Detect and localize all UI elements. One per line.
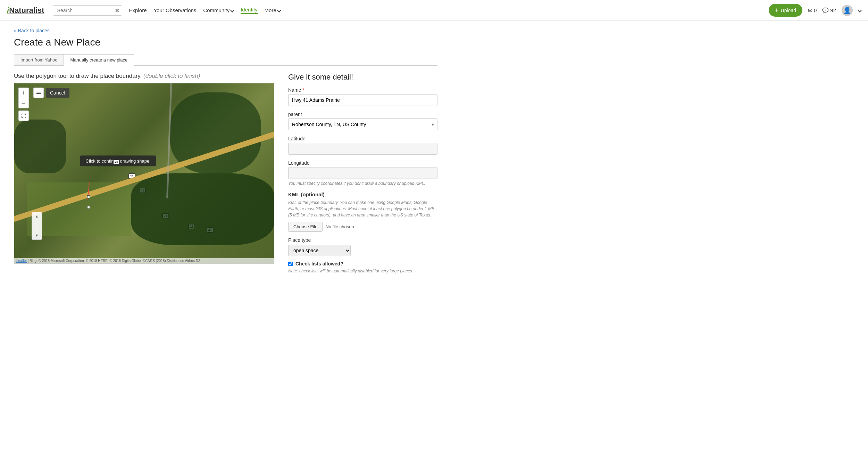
- notifications-button[interactable]: 💬 92: [822, 7, 836, 14]
- messages-count: 0: [814, 7, 817, 13]
- upload-plus-icon: +: [775, 7, 779, 14]
- kml-section: KML (optional) KML of the place boundary…: [288, 191, 437, 232]
- map-background: + −: [14, 83, 274, 263]
- check-lists-note: Note: check lists will be automatically …: [288, 269, 437, 273]
- map-instruction: Use the polygon tool to draw the place b…: [14, 73, 274, 80]
- main-content: « Back to places Create a New Place Impo…: [0, 21, 451, 286]
- fullscreen-button[interactable]: [18, 110, 29, 121]
- nav-more[interactable]: More: [265, 7, 281, 13]
- cancel-drawing-button[interactable]: Cancel: [46, 88, 69, 98]
- upload-button[interactable]: + Upload: [769, 4, 802, 17]
- parent-field-group: parent ▾: [288, 112, 437, 130]
- check-lists-row: Check lists allowed?: [288, 261, 437, 266]
- upload-label: Upload: [781, 8, 796, 13]
- latitude-label: Latitude: [288, 136, 437, 141]
- notifications-count: 92: [830, 7, 836, 13]
- mail-icon: ✉: [808, 7, 812, 14]
- choose-file-button[interactable]: Choose File: [288, 222, 323, 232]
- kml-title: KML (optional): [288, 191, 437, 197]
- svg-rect-1: [36, 93, 41, 94]
- coords-hint: You must specify coordinates if you don'…: [288, 181, 437, 186]
- highway-badge-76a: 76: [113, 159, 120, 165]
- nav-your-observations[interactable]: Your Observations: [153, 7, 196, 13]
- place-type-label: Place type: [288, 237, 437, 243]
- name-label: Name *: [288, 87, 437, 93]
- map-attribution-text: | Bing, © 2018 Microsoft Corporation, © …: [28, 259, 201, 263]
- name-field-group: Name *: [288, 87, 437, 106]
- parent-label: parent: [288, 112, 437, 117]
- parent-select-wrap: ▾: [288, 118, 437, 130]
- slider-track: [37, 219, 37, 233]
- zoom-out-button[interactable]: −: [18, 98, 29, 108]
- longitude-field-group: Longitude You must specify coordinates i…: [288, 160, 437, 186]
- kml-desc: KML of the place boundary. You can make …: [288, 199, 437, 218]
- draw-point-1: [87, 195, 90, 198]
- tab-manual[interactable]: Manually create a new place: [64, 54, 134, 66]
- draw-point-2: [87, 206, 90, 209]
- nav-community[interactable]: Community: [203, 7, 234, 13]
- map-instruction-text: Use the polygon tool to draw the place b…: [14, 73, 142, 79]
- name-input[interactable]: [288, 94, 437, 106]
- community-chevron-icon: [231, 8, 234, 12]
- slider-bottom-icon: ▼: [35, 233, 39, 237]
- page-title: Create a New Place: [14, 37, 437, 48]
- tabs-container: Import from Yahoo Manually create a new …: [14, 54, 437, 66]
- check-lists-group: Check lists allowed? Note: check lists w…: [288, 261, 437, 273]
- nav-links: Explore Your Observations Community Iden…: [129, 7, 769, 14]
- more-chevron-icon: [277, 8, 281, 12]
- map-section: Use the polygon tool to draw the place b…: [14, 73, 274, 279]
- nav-explore[interactable]: Explore: [129, 7, 147, 13]
- user-avatar[interactable]: 👤: [842, 5, 853, 16]
- layers-icon[interactable]: [33, 88, 44, 98]
- leaflet-link[interactable]: Leaflet: [16, 259, 27, 263]
- user-dropdown-chevron-icon[interactable]: [858, 8, 861, 12]
- name-required-indicator: *: [302, 87, 304, 93]
- navbar: iNaturalist ✖ Explore Your Observations …: [0, 0, 868, 21]
- no-file-label: No file chosen: [325, 224, 354, 229]
- map-instruction-hint: (double click to finish): [143, 73, 200, 79]
- svg-rect-0: [36, 92, 41, 92]
- brand-logo[interactable]: iNaturalist: [7, 6, 44, 15]
- user-icon: 👤: [843, 7, 851, 14]
- search-input[interactable]: [53, 5, 122, 16]
- navbar-right: + Upload ✉ 0 💬 92 👤: [769, 4, 861, 17]
- place-type-select[interactable]: open space town county state country par…: [288, 245, 351, 256]
- parent-input[interactable]: [288, 118, 437, 130]
- layers-svg: [36, 90, 41, 96]
- slider-top-icon: ▲: [35, 214, 39, 218]
- brand-name: Naturalist: [9, 6, 44, 15]
- check-lists-checkbox[interactable]: [288, 262, 293, 266]
- file-input-wrap: Choose File No file chosen: [288, 222, 437, 232]
- longitude-input[interactable]: [288, 167, 437, 179]
- longitude-label: Longitude: [288, 160, 437, 166]
- form-section: Give it some detail! Name * parent ▾ La: [288, 73, 437, 279]
- chat-icon: 💬: [822, 7, 829, 14]
- map-opacity-slider[interactable]: ▲ ▼: [32, 212, 42, 240]
- latitude-input[interactable]: [288, 143, 437, 155]
- zoom-in-button[interactable]: +: [18, 88, 29, 98]
- tab-yahoo[interactable]: Import from Yahoo: [14, 54, 64, 65]
- search-wrap: ✖: [53, 5, 122, 16]
- form-title: Give it some detail!: [288, 73, 437, 82]
- content-area: Use the polygon tool to draw the place b…: [14, 73, 437, 279]
- place-type-section: Place type open space town county state …: [288, 237, 437, 256]
- fullscreen-icon: [21, 113, 26, 118]
- map-trees-3: [14, 120, 66, 173]
- map-container[interactable]: + −: [14, 83, 274, 264]
- search-clear-icon[interactable]: ✖: [115, 7, 119, 14]
- map-attribution: Leaflet | Bing, © 2018 Microsoft Corpora…: [14, 258, 274, 263]
- map-controls: + −: [18, 88, 29, 121]
- latitude-field-group: Latitude: [288, 136, 437, 155]
- check-lists-label[interactable]: Check lists allowed?: [295, 261, 343, 266]
- map-trees-2: [131, 173, 274, 245]
- nav-identify[interactable]: Identify: [241, 7, 257, 14]
- map-cancel-area: Cancel: [33, 88, 69, 98]
- messages-button[interactable]: ✉ 0: [808, 7, 817, 14]
- back-to-places-link[interactable]: « Back to places: [14, 28, 50, 33]
